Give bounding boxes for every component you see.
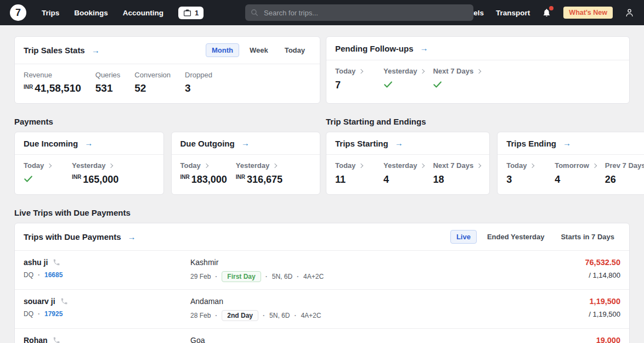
- briefcase-icon: [183, 9, 191, 16]
- chevron-right-icon: [420, 163, 425, 167]
- col-value: 183,000: [191, 174, 227, 185]
- trip-sales-title: Trip Sales Stats: [24, 46, 85, 55]
- pending-followups-arrow-icon[interactable]: [420, 43, 428, 53]
- trip-date: 28 Feb: [190, 312, 211, 319]
- primary-nav: Trips Bookings Accounting: [42, 9, 163, 17]
- col-value: 18: [433, 173, 481, 185]
- chevron-right-icon: [477, 69, 481, 73]
- trips-ending-title: Trips Ending: [506, 139, 556, 148]
- pending-followups-card: Pending Follow-ups Today 7 Yesterday Nex…: [326, 36, 630, 104]
- tab-ended-yesterday[interactable]: Ended Yesterday: [481, 230, 551, 244]
- payments-heading: Payments: [14, 117, 320, 126]
- col-label-link[interactable]: Today: [180, 161, 227, 170]
- nav-bookings[interactable]: Bookings: [74, 9, 108, 17]
- nav-trips[interactable]: Trips: [42, 9, 59, 17]
- trip-start-end-section: Trip Starting and Endings Trips Starting…: [326, 104, 644, 195]
- tab-week[interactable]: Week: [244, 43, 274, 57]
- payments-section: Payments Due Incoming Today Yesterd: [14, 104, 320, 195]
- trips-starting-card: Trips Starting Today 11 Yesterday 4: [326, 132, 490, 195]
- col-label-link[interactable]: Next 7 Days: [433, 67, 481, 75]
- due-incoming-today: Today: [24, 161, 63, 185]
- tab-live[interactable]: Live: [450, 230, 477, 244]
- col-label-link[interactable]: Yesterday: [72, 161, 118, 170]
- check-icon: [383, 80, 393, 91]
- col-label-link[interactable]: Today: [506, 161, 546, 170]
- col-value: 165,000: [83, 174, 118, 185]
- col-label-link[interactable]: Next 7 Days: [433, 161, 481, 170]
- due-outgoing-today: Today INR183,000: [180, 161, 227, 185]
- logo-glyph: 7: [15, 7, 21, 19]
- dot-separator: [265, 273, 268, 280]
- client-name-link[interactable]: souarv ji: [24, 297, 190, 306]
- starting-next7days: Next 7 Days 18: [433, 161, 481, 185]
- client-name-link[interactable]: Rohan: [24, 336, 190, 343]
- search-input[interactable]: [263, 8, 468, 18]
- col-value: 7: [335, 79, 375, 91]
- tab-month[interactable]: Month: [206, 43, 239, 57]
- chevron-right-icon: [530, 163, 534, 167]
- chevron-right-icon: [359, 163, 363, 167]
- trip-cart-badge[interactable]: 1: [178, 7, 204, 19]
- notification-dot: [549, 6, 553, 10]
- trip-row[interactable]: souarv ji DQ17925 Andaman 28 Feb2nd Day5…: [15, 289, 629, 328]
- chevron-right-icon: [420, 69, 425, 73]
- chevron-right-icon: [359, 69, 363, 73]
- stat-value: 41,58,510: [35, 82, 81, 94]
- secondary-nav: Hotels Transport What's New: [461, 7, 634, 19]
- due-incoming-arrow-icon[interactable]: [84, 138, 93, 148]
- due-incoming-title: Due Incoming: [24, 139, 78, 148]
- stat-value: 531: [95, 82, 113, 94]
- stat-label: Dropped: [185, 71, 212, 79]
- trip-duration: 5N, 6D: [269, 312, 290, 319]
- stat-conversion: Conversion 52: [134, 71, 171, 94]
- due-outgoing-yesterday: Yesterday INR316,675: [236, 161, 283, 185]
- trips-due-payments-arrow-icon[interactable]: [128, 232, 136, 242]
- tab-today[interactable]: Today: [279, 43, 311, 57]
- col-label-link[interactable]: Prev 7 Days: [605, 161, 644, 170]
- tab-starts-in-7-days[interactable]: Starts in 7 Days: [555, 230, 620, 244]
- currency-label: INR: [236, 174, 245, 180]
- phone-icon[interactable]: [53, 258, 60, 266]
- chevron-right-icon: [204, 163, 208, 167]
- col-label-link[interactable]: Today: [335, 67, 375, 75]
- col-value: 11: [335, 173, 375, 185]
- col-label-link[interactable]: Tomorrow: [555, 161, 596, 170]
- trip-search: [245, 4, 473, 21]
- stat-dropped: Dropped 3: [185, 71, 212, 94]
- nav-accounting[interactable]: Accounting: [123, 9, 163, 17]
- trip-row[interactable]: Rohan A to Z18110 Goa 28 Feb2nd Day3N, 4…: [15, 328, 629, 343]
- col-label-link[interactable]: Yesterday: [383, 67, 424, 75]
- trips-ending-arrow-icon[interactable]: [563, 138, 571, 148]
- trip-row[interactable]: ashu ji DQ16685 Kashmir 29 FebFirst Day5…: [15, 251, 629, 289]
- col-label-link[interactable]: Yesterday: [383, 161, 424, 170]
- trip-id-link[interactable]: 16685: [44, 271, 63, 279]
- user-account-icon[interactable]: [625, 8, 634, 18]
- trip-id-link[interactable]: 17925: [44, 310, 63, 318]
- due-outgoing-arrow-icon[interactable]: [241, 138, 250, 148]
- dot-separator: [215, 273, 217, 280]
- stat-label: Conversion: [134, 71, 171, 79]
- trip-start-end-heading: Trip Starting and Endings: [326, 117, 644, 126]
- col-value: 3: [506, 173, 546, 185]
- trips-due-payments-title: Trips with Due Payments: [24, 232, 121, 241]
- total-amount: / 1,19,500: [538, 310, 620, 318]
- whats-new-button[interactable]: What's New: [563, 7, 613, 19]
- currency-label: INR: [72, 174, 81, 180]
- dot-separator: [297, 273, 299, 280]
- nav-transport[interactable]: Transport: [496, 9, 530, 17]
- client-name-link[interactable]: ashu ji: [24, 258, 190, 267]
- trips-starting-title: Trips Starting: [335, 139, 388, 148]
- trip-sales-arrow-icon[interactable]: [92, 46, 100, 55]
- phone-icon[interactable]: [60, 297, 68, 305]
- trip-destination: Kashmir: [190, 258, 538, 267]
- col-label-link[interactable]: Today: [335, 161, 375, 170]
- starting-yesterday: Yesterday 4: [383, 161, 424, 185]
- phone-icon[interactable]: [53, 336, 60, 343]
- col-value: 4: [555, 173, 596, 185]
- followups-yesterday: Yesterday: [383, 67, 424, 91]
- col-label-link[interactable]: Today: [24, 161, 63, 170]
- app-logo[interactable]: 7: [10, 4, 26, 21]
- notification-bell-icon[interactable]: [542, 8, 551, 18]
- trips-starting-arrow-icon[interactable]: [395, 138, 403, 148]
- col-label-link[interactable]: Yesterday: [236, 161, 283, 170]
